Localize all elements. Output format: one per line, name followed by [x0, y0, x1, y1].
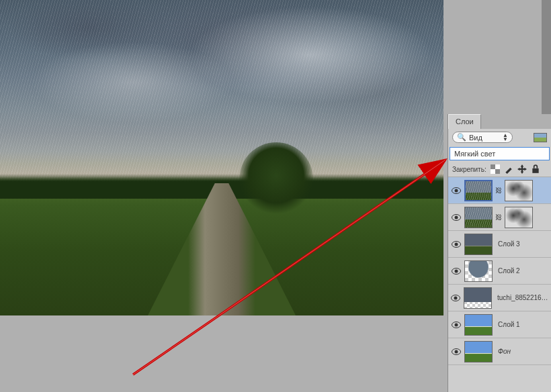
layers-panel: Слои 🔍 Вид ▲▼ Мягкий свет Закрепить: ⛓⛓С…	[448, 114, 551, 392]
lock-all-icon[interactable]	[531, 164, 540, 174]
layer-filter-select[interactable]: 🔍 Вид ▲▼	[452, 132, 513, 143]
svg-point-12	[455, 269, 458, 273]
layer-thumbnail[interactable]	[464, 260, 493, 282]
layer-name-label[interactable]: Слой 3	[495, 240, 520, 248]
layer-thumbnail[interactable]	[464, 287, 492, 309]
layer-row[interactable]: ⛓	[448, 177, 551, 204]
lock-brush-icon[interactable]	[504, 164, 513, 174]
svg-point-8	[455, 215, 458, 219]
layer-name-label[interactable]: Слой 2	[495, 267, 520, 275]
svg-point-6	[455, 189, 458, 192]
layers-list: ⛓⛓Слой 3Слой 2tuchi_88522166…Слой 1Фон	[448, 177, 551, 365]
visibility-eye-icon[interactable]	[451, 322, 462, 328]
visibility-eye-icon[interactable]	[451, 348, 462, 355]
svg-rect-4	[532, 168, 538, 173]
layer-mask-thumbnail[interactable]	[505, 180, 533, 201]
svg-rect-3	[491, 169, 495, 174]
filter-label: Вид	[469, 134, 482, 142]
layer-mask-thumbnail[interactable]	[505, 207, 533, 228]
tab-layers[interactable]: Слои	[448, 114, 481, 129]
layer-row[interactable]: Фон	[448, 338, 551, 365]
search-icon: 🔍	[457, 133, 466, 142]
link-chain-icon[interactable]: ⛓	[495, 213, 502, 221]
layer-thumbnail[interactable]	[464, 314, 493, 336]
layer-row[interactable]: Слой 3	[448, 231, 551, 258]
layer-thumbnail[interactable]	[464, 234, 493, 255]
visibility-eye-icon[interactable]	[451, 268, 462, 275]
visibility-eye-icon[interactable]	[451, 295, 461, 301]
svg-point-16	[455, 323, 458, 326]
link-chain-icon[interactable]: ⛓	[495, 187, 502, 194]
lock-move-icon[interactable]	[517, 164, 527, 174]
visibility-eye-icon[interactable]	[451, 241, 462, 248]
layer-thumbnail[interactable]	[464, 207, 493, 228]
svg-point-14	[454, 296, 458, 299]
layer-row[interactable]: ⛓	[448, 204, 551, 231]
tree	[239, 142, 313, 216]
svg-rect-2	[495, 164, 500, 169]
rain-overlay	[0, 0, 443, 183]
layer-name-label[interactable]: Слой 1	[495, 321, 520, 328]
svg-point-18	[455, 350, 458, 353]
svg-point-10	[455, 242, 458, 246]
layer-row[interactable]: Слой 1	[448, 311, 551, 338]
layer-thumbnail[interactable]	[464, 180, 493, 201]
lock-row: Закрепить:	[448, 162, 551, 177]
lock-label: Закрепить:	[452, 166, 486, 173]
layer-thumbnail[interactable]	[464, 341, 493, 362]
lock-transparency-icon[interactable]	[491, 164, 500, 174]
svg-rect-1	[495, 169, 500, 174]
canvas-image[interactable]	[0, 0, 443, 315]
layer-name-label[interactable]: tuchi_88522166…	[495, 294, 548, 301]
visibility-eye-icon[interactable]	[451, 214, 462, 221]
layer-row[interactable]: Слой 2	[448, 258, 551, 285]
dirt-road	[54, 183, 390, 315]
visibility-eye-icon[interactable]	[451, 187, 462, 194]
layer-name-label[interactable]: Фон	[495, 348, 511, 355]
blend-mode-select[interactable]: Мягкий свет	[450, 147, 550, 160]
svg-rect-0	[491, 164, 495, 169]
layer-row[interactable]: tuchi_88522166…	[448, 285, 551, 311]
layer-filter-row: 🔍 Вид ▲▼	[448, 129, 551, 146]
updown-icon: ▲▼	[503, 134, 508, 142]
filter-thumb-icon[interactable]	[534, 133, 547, 142]
panel-tab-bar: Слои	[448, 114, 551, 129]
scrollbar-area	[542, 0, 551, 114]
